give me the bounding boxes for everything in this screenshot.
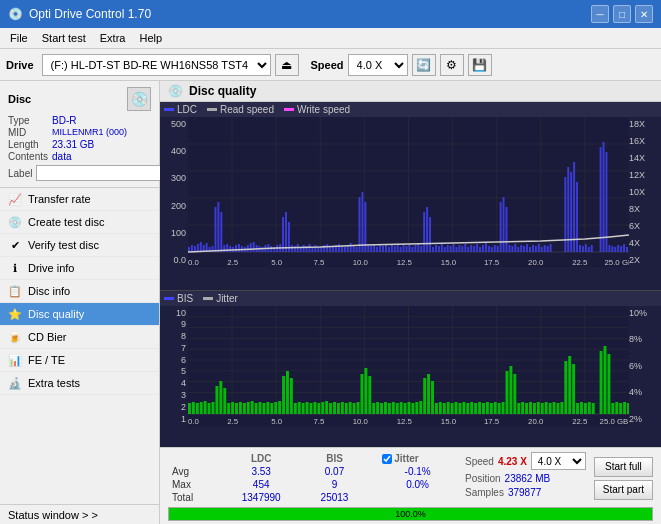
svg-rect-235 — [364, 368, 367, 414]
svg-rect-64 — [332, 247, 334, 252]
refresh-button[interactable]: 🔄 — [412, 54, 436, 76]
sidebar-item-cd-bier[interactable]: 🍺 CD Bier — [0, 326, 159, 349]
avg-bis-value: 0.07 — [303, 465, 366, 478]
disc-quality-icon: ⭐ — [8, 307, 22, 321]
svg-rect-230 — [345, 403, 348, 414]
svg-rect-104 — [450, 246, 452, 252]
label-input[interactable] — [36, 165, 165, 181]
svg-rect-98 — [432, 247, 434, 252]
svg-rect-88 — [403, 245, 405, 252]
maximize-button[interactable]: □ — [613, 5, 631, 23]
sidebar: Disc 💿 Type BD-R MID MILLENMR1 (000) Len… — [0, 81, 160, 524]
svg-rect-105 — [453, 244, 455, 252]
svg-rect-263 — [474, 403, 477, 414]
svg-rect-124 — [508, 245, 510, 252]
svg-rect-25 — [217, 202, 219, 252]
content-header-title: Disc quality — [189, 84, 256, 98]
max-jitter-value: 0.0% — [378, 478, 457, 491]
svg-rect-223 — [317, 403, 320, 414]
sidebar-item-fe-te[interactable]: 📊 FE / TE — [0, 349, 159, 372]
sidebar-item-verify-test-disc[interactable]: ✔ Verify test disc — [0, 234, 159, 257]
svg-rect-19 — [200, 242, 202, 252]
svg-rect-300 — [623, 402, 626, 414]
charts-container: LDC Read speed Write speed 500 — [160, 102, 661, 447]
y-top-left-400: 400 — [162, 146, 186, 156]
svg-rect-251 — [427, 374, 430, 414]
svg-rect-117 — [488, 246, 490, 252]
svg-rect-294 — [600, 351, 603, 414]
svg-rect-271 — [506, 371, 509, 414]
max-ldc-value: 454 — [220, 478, 303, 491]
svg-rect-299 — [619, 403, 622, 414]
svg-rect-215 — [286, 371, 289, 414]
y-top-right-14x: 14X — [629, 153, 661, 163]
fe-te-icon: 📊 — [8, 353, 22, 367]
svg-rect-120 — [497, 246, 499, 252]
sidebar-item-disc-info[interactable]: 📋 Disc info — [0, 280, 159, 303]
menu-start-test[interactable]: Start test — [36, 30, 92, 46]
ldc-col-header: LDC — [220, 452, 303, 465]
menu-extra[interactable]: Extra — [94, 30, 132, 46]
svg-rect-146 — [585, 244, 587, 252]
sidebar-item-transfer-rate[interactable]: 📈 Transfer rate — [0, 188, 159, 211]
menu-help[interactable]: Help — [133, 30, 168, 46]
svg-rect-296 — [607, 354, 610, 414]
start-part-button[interactable]: Start part — [594, 480, 653, 500]
transfer-rate-icon: 📈 — [8, 192, 22, 206]
progress-bar-container: 100.0% — [168, 507, 653, 521]
svg-text:20.0: 20.0 — [528, 258, 544, 267]
svg-text:7.5: 7.5 — [313, 258, 324, 267]
svg-rect-268 — [494, 402, 497, 414]
speed-select[interactable]: 4.0 X — [348, 54, 408, 76]
menu-file[interactable]: File — [4, 30, 34, 46]
svg-rect-206 — [251, 401, 254, 414]
svg-rect-127 — [517, 247, 519, 252]
svg-text:10.0: 10.0 — [353, 258, 369, 267]
sidebar-item-disc-quality[interactable]: ⭐ Disc quality — [0, 303, 159, 326]
svg-rect-31 — [235, 245, 237, 252]
svg-rect-288 — [572, 364, 575, 414]
svg-rect-66 — [338, 244, 340, 252]
svg-rect-90 — [409, 244, 411, 252]
sidebar-item-extra-tests[interactable]: 🔬 Extra tests — [0, 372, 159, 395]
svg-rect-252 — [431, 381, 434, 414]
svg-rect-89 — [406, 246, 408, 252]
eject-button[interactable]: ⏏ — [275, 54, 299, 76]
bis-legend: BIS — [164, 293, 193, 304]
svg-rect-273 — [513, 374, 516, 414]
jitter-checkbox[interactable] — [382, 454, 392, 464]
svg-rect-92 — [414, 245, 416, 252]
svg-rect-279 — [537, 402, 540, 414]
start-full-button[interactable]: Start full — [594, 457, 653, 477]
svg-rect-291 — [584, 403, 587, 414]
svg-rect-256 — [447, 402, 450, 414]
status-window-button[interactable]: Status window > > — [0, 504, 159, 524]
disc-icon: 💿 — [127, 87, 151, 111]
svg-rect-35 — [247, 245, 249, 252]
speed-select-dropdown[interactable]: 4.0 X — [531, 452, 586, 470]
sidebar-item-create-test-disc[interactable]: 💿 Create test disc — [0, 211, 159, 234]
svg-text:25.0 GB: 25.0 GB — [600, 417, 629, 426]
position-label: Position — [465, 473, 501, 484]
svg-rect-253 — [435, 403, 438, 414]
content-header: 💿 Disc quality — [160, 81, 661, 102]
avg-ldc-value: 3.53 — [220, 465, 303, 478]
svg-rect-278 — [533, 403, 536, 414]
svg-rect-249 — [419, 401, 422, 414]
close-button[interactable]: ✕ — [635, 5, 653, 23]
save-button[interactable]: 💾 — [468, 54, 492, 76]
svg-rect-102 — [444, 247, 446, 252]
svg-rect-192 — [196, 403, 199, 414]
svg-rect-289 — [576, 403, 579, 414]
sidebar-item-drive-info[interactable]: ℹ Drive info — [0, 257, 159, 280]
svg-rect-77 — [370, 246, 372, 252]
disc-section-label: Disc — [8, 93, 31, 105]
settings-button[interactable]: ⚙ — [440, 54, 464, 76]
svg-text:15.0: 15.0 — [441, 417, 457, 426]
minimize-button[interactable]: ─ — [591, 5, 609, 23]
drive-select[interactable]: (F:) HL-DT-ST BD-RE WH16NS58 TST4 — [42, 54, 271, 76]
svg-rect-106 — [456, 247, 458, 252]
contents-label: Contents — [8, 151, 48, 162]
svg-rect-54 — [303, 245, 305, 252]
main-area: Disc 💿 Type BD-R MID MILLENMR1 (000) Len… — [0, 81, 661, 524]
